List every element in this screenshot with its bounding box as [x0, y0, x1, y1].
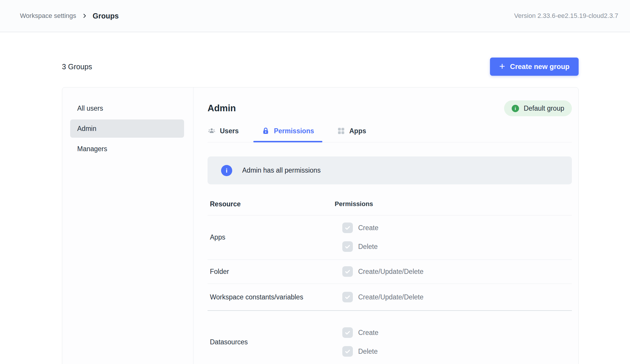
permission-option: Create/Update/Delete: [342, 292, 572, 302]
default-group-badge: i Default group: [504, 100, 572, 116]
lock-icon: [262, 127, 270, 135]
permissions-table-body: AppsCreateDeleteFolderCreate/Update/Dele…: [208, 215, 572, 364]
sidebar-item-managers[interactable]: Managers: [70, 140, 184, 158]
info-icon: i: [221, 165, 232, 176]
resource-name: Datasources: [210, 338, 335, 346]
table-header-row: Resource Permissions: [208, 192, 572, 215]
grid-icon: [337, 127, 345, 135]
permission-label: Create: [358, 224, 378, 232]
tab-permissions[interactable]: Permissions: [262, 127, 314, 142]
permission-option: Create/Update/Delete: [342, 266, 572, 277]
breadcrumb-workspace-settings[interactable]: Workspace settings: [20, 12, 76, 20]
groups-toolbar: 3 Groups + Create new group: [62, 58, 579, 76]
table-row-folder: FolderCreate/Update/Delete: [208, 260, 572, 284]
permission-option: Create: [342, 223, 572, 233]
checkbox-checked-disabled: [342, 223, 353, 233]
version-label: Version 2.33.6-ee2.15.19-cloud2.3.7: [514, 12, 618, 20]
plus-icon: +: [499, 61, 505, 71]
permission-label: Create/Update/Delete: [358, 268, 423, 276]
table-row-workspace-constants-variables: Workspace constants/variablesCreate/Upda…: [208, 284, 572, 311]
content: 3 Groups + Create new group All usersAdm…: [0, 58, 630, 364]
default-group-badge-label: Default group: [524, 105, 564, 112]
info-banner: i Admin has all permissions: [208, 156, 572, 184]
checkbox-checked-disabled: [342, 346, 353, 357]
resource-name: Apps: [210, 233, 335, 241]
breadcrumb-groups: Groups: [93, 12, 119, 20]
tab-label: Permissions: [274, 127, 314, 135]
resource-column-header: Resource: [210, 200, 335, 208]
groups-sidebar: All usersAdminManagers: [62, 87, 193, 364]
checkbox-checked-disabled: [342, 292, 353, 302]
permission-label: Delete: [358, 348, 378, 355]
permission-options: Create/Update/Delete: [335, 266, 572, 277]
page: Workspace settings Groups Version 2.33.6…: [0, 0, 630, 364]
checkbox-checked-disabled: [342, 241, 353, 252]
info-banner-text: Admin has all permissions: [242, 166, 321, 174]
permission-label: Delete: [358, 243, 378, 251]
tab-users[interactable]: Users: [208, 127, 239, 142]
checkbox-checked-disabled: [342, 327, 353, 338]
tab-label: Users: [220, 127, 239, 135]
permissions-table: Resource Permissions AppsCreateDeleteFol…: [208, 192, 572, 364]
permissions-column-header: Permissions: [335, 200, 373, 208]
create-new-group-button[interactable]: + Create new group: [490, 58, 579, 76]
users-icon: [208, 127, 216, 135]
sidebar-item-all-users[interactable]: All users: [70, 99, 184, 117]
groups-card: All usersAdminManagers Admin i Default g…: [62, 87, 579, 364]
info-icon: i: [512, 105, 519, 112]
permission-options: Create/Update/Delete: [335, 292, 572, 302]
tabs: UsersPermissionsApps: [208, 127, 572, 142]
permission-label: Create: [358, 329, 378, 337]
breadcrumb: Workspace settings Groups: [20, 12, 119, 20]
tab-apps[interactable]: Apps: [337, 127, 366, 142]
resource-name: Workspace constants/variables: [210, 293, 335, 301]
group-title: Admin: [208, 103, 236, 114]
group-detail-panel: Admin i Default group UsersPermissionsAp…: [193, 87, 578, 364]
tab-label: Apps: [349, 127, 366, 135]
permission-options: CreateDelete: [335, 223, 572, 252]
panel-header: Admin i Default group: [208, 100, 572, 116]
create-new-group-label: Create new group: [510, 63, 570, 71]
permission-option: Delete: [342, 241, 572, 252]
table-row-apps: AppsCreateDelete: [208, 215, 572, 260]
permission-options: CreateDelete: [335, 327, 572, 357]
sidebar-item-admin[interactable]: Admin: [70, 119, 184, 138]
chevron-right-icon: [82, 13, 87, 19]
permission-label: Create/Update/Delete: [358, 293, 423, 301]
groups-count: 3 Groups: [62, 63, 92, 71]
checkbox-checked-disabled: [342, 266, 353, 277]
table-row-datasources: DatasourcesCreateDelete: [208, 311, 572, 364]
resource-name: Folder: [210, 268, 335, 276]
app-header: Workspace settings Groups Version 2.33.6…: [0, 0, 630, 32]
group-list: All usersAdminManagers: [62, 99, 193, 158]
permission-option: Delete: [342, 346, 572, 357]
permission-option: Create: [342, 327, 572, 338]
